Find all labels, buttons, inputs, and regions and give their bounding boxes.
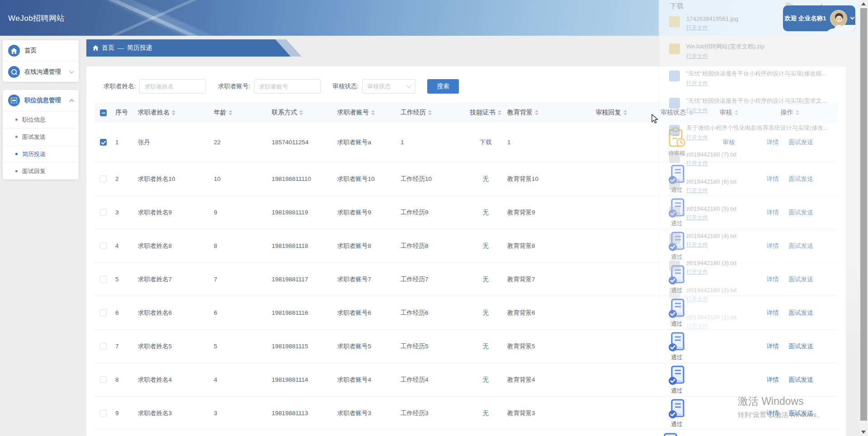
cell-account: 求职者账号a bbox=[337, 138, 401, 147]
sort-icon[interactable] bbox=[623, 110, 627, 115]
name-filter-input[interactable] bbox=[139, 79, 206, 94]
file-type-icon bbox=[669, 179, 680, 190]
certificate-link[interactable]: 无 bbox=[482, 275, 489, 284]
downloads-title: 下载 bbox=[670, 2, 684, 10]
account-filter-input[interactable] bbox=[254, 79, 321, 94]
certificate-link[interactable]: 无 bbox=[482, 409, 489, 417]
open-file-link: 打开文件 bbox=[686, 295, 736, 303]
row-checkbox[interactable] bbox=[100, 343, 107, 350]
cell-index: 5 bbox=[112, 276, 138, 283]
row-checkbox[interactable] bbox=[100, 209, 107, 216]
file-type-icon bbox=[669, 315, 680, 326]
cell-education: 教育背景7 bbox=[507, 275, 580, 284]
download-item: zl019442180 (4).txt 打开文件 bbox=[659, 229, 860, 256]
sidebar-card-jobs: 职位信息管理 职位信息 面试发送 简历投递 面试回复 bbox=[3, 90, 79, 180]
cell-education: 教育背景6 bbox=[507, 309, 580, 317]
search-button[interactable]: 搜索 bbox=[427, 79, 459, 94]
interview-send-link[interactable]: 面试发送 bbox=[789, 376, 813, 384]
open-file-link: 打开文件 bbox=[686, 322, 736, 330]
certificate-link[interactable]: 无 bbox=[482, 376, 489, 384]
cell-education: 教育背景3 bbox=[507, 409, 580, 417]
sidebar-card-top: 首页 在线沟通管理 bbox=[3, 40, 79, 82]
sidebar-item-interview-reply[interactable]: 面试回复 bbox=[3, 162, 79, 180]
file-type-icon bbox=[669, 16, 680, 27]
cell-name: 求职者姓名9 bbox=[138, 209, 214, 217]
row-checkbox[interactable] bbox=[100, 139, 107, 146]
scrollbar-down-arrow[interactable] bbox=[861, 431, 866, 434]
open-file-link: 打开文件 bbox=[686, 24, 738, 32]
certificate-link[interactable]: 无 bbox=[482, 175, 489, 183]
certificate-link[interactable]: 无 bbox=[482, 209, 489, 217]
cell-age: 6 bbox=[214, 309, 272, 316]
detail-link[interactable]: 详情 bbox=[767, 409, 779, 417]
download-item: WeJob招聘网站(需求文档).zip 打开文件 bbox=[659, 39, 860, 66]
sort-icon[interactable] bbox=[498, 110, 501, 115]
sidebar-item-job-info[interactable]: 职位信息 bbox=[3, 111, 79, 128]
sort-icon[interactable] bbox=[371, 110, 375, 115]
sort-icon[interactable] bbox=[299, 110, 303, 115]
cell-account: 求职者账号5 bbox=[337, 342, 401, 351]
user-menu[interactable]: 欢迎 企业名称1 bbox=[783, 5, 855, 31]
sidebar-item-label: 职位信息管理 bbox=[24, 96, 66, 104]
sidebar-item-job-info-management[interactable]: 职位信息管理 bbox=[3, 90, 79, 111]
download-item-text: zl019442180 (6).txt 打开文件 bbox=[686, 178, 736, 194]
cell-account: 求职者账号9 bbox=[337, 209, 401, 217]
row-checkbox[interactable] bbox=[100, 410, 107, 417]
open-file-link: 打开文件 bbox=[686, 214, 736, 222]
sort-icon[interactable] bbox=[535, 110, 538, 115]
download-item: "无忧"校园快递服务平台小程序的设计与实现(修改稿... 打开文件 bbox=[659, 66, 860, 93]
cell-age: 10 bbox=[214, 175, 272, 182]
cell-certificate: 下载 bbox=[464, 138, 507, 147]
breadcrumb-home-link[interactable]: 首页 bbox=[102, 44, 114, 52]
row-checkbox-cell bbox=[94, 175, 112, 182]
scrollbar-up-arrow[interactable] bbox=[861, 2, 866, 5]
sidebar-item-interview-send[interactable]: 面试发送 bbox=[3, 128, 79, 145]
sort-icon[interactable] bbox=[172, 110, 175, 115]
detail-link[interactable]: 详情 bbox=[767, 376, 779, 384]
scrollbar-thumb[interactable] bbox=[860, 8, 867, 421]
sort-icon[interactable] bbox=[229, 110, 232, 115]
cell-age: 3 bbox=[214, 410, 272, 417]
chevron-down-icon bbox=[407, 84, 411, 88]
select-all-checkbox[interactable] bbox=[100, 109, 107, 116]
row-checkbox[interactable] bbox=[100, 175, 107, 182]
welcome-text: 欢迎 企业名称1 bbox=[784, 14, 826, 23]
cell-contact: 19819881117 bbox=[272, 276, 337, 283]
row-checkbox[interactable] bbox=[100, 309, 107, 316]
col-header-education: 教育背景 bbox=[507, 109, 580, 117]
download-item-text: zl019442180 (2).txt 打开文件 bbox=[686, 287, 736, 303]
open-file-link: 打开文件 bbox=[686, 160, 736, 167]
download-item-text: zl019442180 (5).txt 打开文件 bbox=[686, 205, 736, 222]
cell-index: 7 bbox=[112, 343, 138, 350]
file-type-icon bbox=[669, 233, 680, 244]
cell-certificate: 无 bbox=[464, 342, 507, 351]
chevron-down-icon bbox=[850, 15, 854, 20]
certificate-link[interactable]: 无 bbox=[482, 342, 489, 351]
certificate-link[interactable]: 无 bbox=[482, 309, 489, 317]
certificate-link[interactable]: 无 bbox=[482, 242, 489, 250]
row-checkbox[interactable] bbox=[100, 242, 107, 249]
cell-actions: 详情 面试发送 bbox=[747, 376, 833, 384]
cell-experience: 1 bbox=[401, 139, 464, 146]
cell-experience: 工作经历10 bbox=[401, 175, 464, 183]
col-header-name: 求职者姓名 bbox=[138, 109, 214, 117]
cell-contact: 19819881113 bbox=[272, 410, 337, 417]
certificate-link[interactable]: 下载 bbox=[480, 138, 492, 147]
cell-name: 求职者姓名3 bbox=[138, 409, 214, 417]
sidebar-item-chat-management[interactable]: 在线沟通管理 bbox=[3, 61, 79, 82]
open-file-link: 打开文件 bbox=[686, 80, 826, 87]
row-checkbox[interactable] bbox=[100, 376, 107, 383]
row-checkbox-cell bbox=[94, 139, 112, 146]
sidebar-item-resume-submission[interactable]: 简历投递 bbox=[3, 145, 79, 162]
sort-icon[interactable] bbox=[428, 110, 432, 115]
status-filter-select[interactable]: 审核状态 bbox=[362, 79, 415, 94]
row-checkbox[interactable] bbox=[100, 276, 107, 283]
interview-send-link[interactable]: 面试发送 bbox=[789, 409, 813, 417]
downloads-flyout-ghost: 下载 1742638419561.jpg 打开文件 WeJob招聘网站(需求文档… bbox=[659, 0, 860, 366]
avatar[interactable] bbox=[830, 10, 847, 27]
download-item-text: zl019442180 (4).txt 打开文件 bbox=[686, 232, 736, 249]
home-icon bbox=[93, 45, 99, 51]
cell-age: 9 bbox=[214, 209, 272, 216]
row-checkbox-cell bbox=[94, 343, 112, 350]
sidebar-item-home[interactable]: 首页 bbox=[3, 40, 79, 61]
